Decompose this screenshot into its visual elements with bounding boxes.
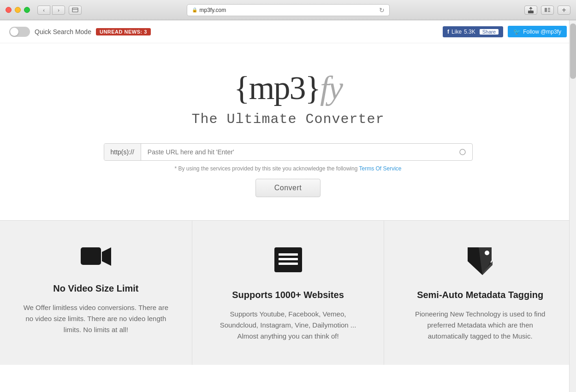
back-button[interactable]: ‹ xyxy=(37,6,50,15)
url-input-wrap: http(s):// xyxy=(104,143,473,161)
svg-marker-10 xyxy=(102,247,111,266)
feature-2-desc: Supports Youtube, Facebook, Vemeo, Sound… xyxy=(214,309,362,342)
social-buttons: f Like 5.3K Share 🐦 Follow @mp3fy xyxy=(443,26,567,37)
url-prefix: http(s):// xyxy=(104,144,141,160)
url-bar-wrap: 🔒 mp3fy.com ↻ xyxy=(0,4,576,16)
tab-button[interactable] xyxy=(69,6,82,15)
svg-rect-14 xyxy=(279,263,298,265)
url-bar[interactable]: 🔒 mp3fy.com ↻ xyxy=(187,4,390,16)
logo-dark-part: {mp3} xyxy=(234,70,320,106)
feature-1-desc: We Offer limitless video conversions. Th… xyxy=(22,302,170,335)
svg-rect-5 xyxy=(548,8,550,9)
list-icon xyxy=(272,244,304,281)
svg-rect-12 xyxy=(279,253,298,256)
svg-point-15 xyxy=(485,251,489,255)
reload-button[interactable]: ↻ xyxy=(379,6,385,14)
traffic-lights xyxy=(6,7,30,13)
fb-count: 5.3K xyxy=(464,29,475,35)
minimize-window-button[interactable] xyxy=(15,7,21,13)
svg-point-8 xyxy=(460,149,465,155)
svg-rect-0 xyxy=(72,8,78,12)
scrollbar-thumb[interactable] xyxy=(570,23,576,79)
tos-text: * By using the services provided by this… xyxy=(174,165,401,172)
feature-metadata-tagging: Semi-Auto Metadata Tagging Pioneering Ne… xyxy=(384,221,576,365)
new-tab-button[interactable]: + xyxy=(558,6,570,15)
site-logo: {mp3}fy xyxy=(234,71,342,105)
feature-3-title: Semi-Auto Metadata Tagging xyxy=(417,290,543,300)
feature-no-size-limit: No Video Size Limit We Offer limitless v… xyxy=(0,221,192,365)
svg-rect-9 xyxy=(81,247,101,265)
fb-like-label: Like xyxy=(451,29,462,35)
tag-icon xyxy=(464,244,496,281)
page-content: Quick Search Mode UNREAD NEWS: 3 f Like … xyxy=(0,20,576,365)
logo-gray-part: fy xyxy=(320,70,342,106)
forward-button[interactable]: › xyxy=(52,6,65,15)
unread-news-badge[interactable]: UNREAD NEWS: 3 xyxy=(96,28,151,35)
url-text: mp3fy.com xyxy=(200,7,226,13)
close-window-button[interactable] xyxy=(6,7,12,13)
nav-buttons: ‹ › xyxy=(37,6,65,15)
reader-button[interactable] xyxy=(541,6,554,15)
feature-3-desc: Pioneering New Technology is used to fin… xyxy=(406,309,554,342)
feature-2-title: Supports 1000+ Websites xyxy=(232,290,344,300)
lock-icon: 🔒 xyxy=(192,7,197,12)
feature-1-title: No Video Size Limit xyxy=(53,283,138,294)
tos-link[interactable]: Terms Of Service xyxy=(359,165,402,172)
hero-section: {mp3}fy The Ultimate Converter http(s):/… xyxy=(0,43,576,220)
video-camera-icon xyxy=(80,244,112,274)
scrollbar[interactable] xyxy=(569,20,576,392)
facebook-icon: f xyxy=(447,29,449,35)
quick-search-toggle[interactable] xyxy=(9,27,30,37)
features-section: No Video Size Limit We Offer limitless v… xyxy=(0,220,576,365)
svg-rect-6 xyxy=(548,10,550,11)
fb-share-label[interactable]: Share xyxy=(480,29,499,35)
tos-prefix: * By using the services provided by this… xyxy=(174,165,357,172)
svg-rect-4 xyxy=(545,8,547,12)
title-bar: ‹ › 🔒 mp3fy.com ↻ xyxy=(0,0,576,20)
svg-rect-13 xyxy=(279,258,298,260)
facebook-like-button[interactable]: f Like 5.3K Share xyxy=(443,26,503,37)
quick-search-label: Quick Search Mode xyxy=(35,28,91,35)
feature-supports-websites: Supports 1000+ Websites Supports Youtube… xyxy=(192,221,385,365)
twitter-icon: 🐦 xyxy=(513,28,521,35)
top-bar: Quick Search Mode UNREAD NEWS: 3 f Like … xyxy=(0,20,576,43)
share-button[interactable] xyxy=(524,6,537,15)
tagline: The Ultimate Converter xyxy=(191,111,384,127)
maximize-window-button[interactable] xyxy=(24,7,30,13)
toolbar-right: + xyxy=(524,6,570,15)
twitter-label: Follow @mp3fy xyxy=(523,29,561,35)
url-clear-button[interactable] xyxy=(453,144,472,160)
url-input[interactable] xyxy=(141,144,453,160)
twitter-follow-button[interactable]: 🐦 Follow @mp3fy xyxy=(508,26,567,37)
convert-button[interactable]: Convert xyxy=(255,179,321,197)
toggle-knob xyxy=(10,28,18,36)
svg-rect-7 xyxy=(548,11,550,12)
